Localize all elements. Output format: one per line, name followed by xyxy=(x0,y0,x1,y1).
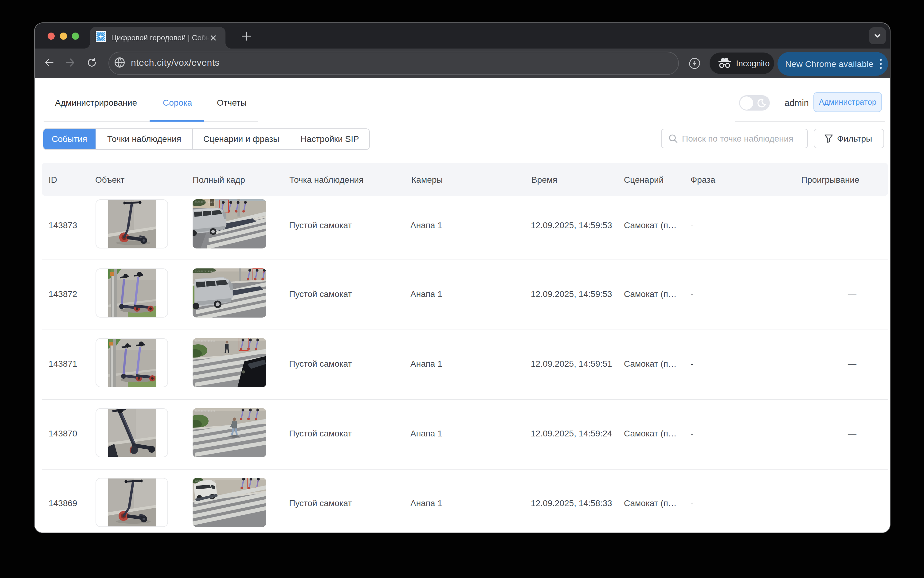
svg-text:12/09/2025 14:59:23: 12/09/2025 14:59:23 xyxy=(195,410,215,412)
svg-text:12/09/2025 14:59:52: 12/09/2025 14:59:52 xyxy=(195,270,215,273)
svg-text:12/09/2025 14:59:52: 12/09/2025 14:59:52 xyxy=(195,201,215,203)
svg-text:12/09/2025 14:58:32: 12/09/2025 14:58:32 xyxy=(195,480,215,482)
svg-text:12/09/2025 14:59:50: 12/09/2025 14:59:50 xyxy=(195,340,215,342)
